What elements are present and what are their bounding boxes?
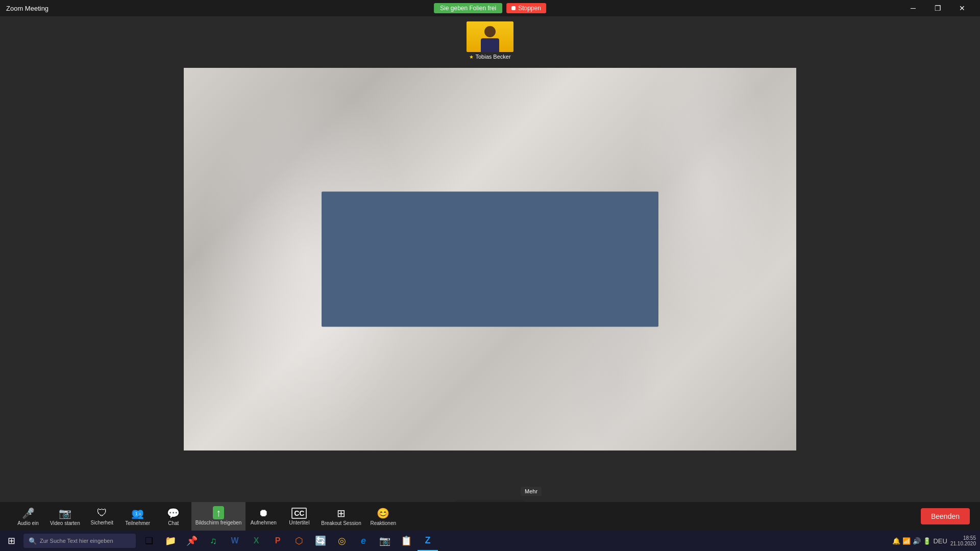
taskbar-apps: ❑ 📁 📌 ♫ W X P ⬡ 🔄 ◎ e 📷 📋 Z <box>139 531 438 551</box>
participant-video-feed <box>467 21 513 52</box>
close-button[interactable]: ✕ <box>950 0 974 16</box>
stop-dot-icon <box>511 6 516 10</box>
windows-taskbar: ⊞ 🔍 Zur Suche Text hier eingeben ❑ 📁 📌 ♫… <box>0 531 980 551</box>
breakout-label: Breakout Session <box>321 520 361 526</box>
audio-label: Audio ein <box>17 520 39 526</box>
teilnehmer-icon: 👥 1 ▲ <box>131 507 144 519</box>
share-status-center: Sie geben Folien frei Stoppen <box>434 3 546 13</box>
audio-caret: ▲ <box>29 511 33 516</box>
taskbar-search-icon: 🔍 <box>29 537 37 545</box>
taskbar-volume-icon: 🔊 <box>913 537 921 545</box>
meeting-area <box>0 16 980 502</box>
taskbar-language: DEU <box>933 537 947 545</box>
taskbar-app6[interactable]: ⬡ <box>289 531 309 551</box>
video-caret: ▲ <box>65 511 69 516</box>
audio-icon: 🎤▲ <box>22 507 35 519</box>
chat-icon: 💬 <box>167 507 180 519</box>
toolbar-chat[interactable]: 💬 Chat <box>156 502 191 531</box>
participant-name-label: ★ Tobias Becker <box>469 54 510 60</box>
untertitel-label: Untertitel <box>289 520 309 525</box>
taskbar-battery-icon: 🔋 <box>923 537 931 545</box>
taskbar-powerpoint[interactable]: P <box>267 531 288 551</box>
reaktionen-icon: 😊 <box>377 507 389 519</box>
taskbar-pins[interactable]: 📌 <box>182 531 202 551</box>
person-head <box>484 26 496 37</box>
breakout-icon: ⊞ <box>337 507 346 519</box>
taskbar-edge[interactable]: e <box>353 531 374 551</box>
toolbar-breakout[interactable]: ⊞ Breakout Session <box>317 502 365 531</box>
windows-start-button[interactable]: ⊞ <box>0 531 22 551</box>
taskbar-chrome[interactable]: ◎ <box>332 531 352 551</box>
untertitel-icon: CC <box>291 508 307 519</box>
taskbar-spotify[interactable]: ♫ <box>203 531 224 551</box>
taskbar-notify-icon: 🔔 <box>892 537 900 545</box>
end-meeting-button[interactable]: Beenden <box>921 508 970 524</box>
taskbar-search[interactable]: 🔍 Zur Suche Text hier eingeben <box>23 534 136 548</box>
taskbar-date-display: 21.10.2020 <box>950 541 976 546</box>
toolbar-audio[interactable]: 🎤▲ Audio ein <box>10 502 46 531</box>
sicherheit-label: Sicherheit <box>91 520 113 525</box>
taskbar-app9[interactable]: 📷 <box>375 531 395 551</box>
bildschirm-icon: ↑ <box>213 507 224 519</box>
toolbar-aufnehmen[interactable]: ⏺ Aufnehmen <box>246 502 281 531</box>
taskbar-explorer[interactable]: 📁 <box>160 531 181 551</box>
taskbar-clock: 18:55 21.10.2020 <box>950 535 976 546</box>
app-title: Zoom Meeting <box>6 5 48 12</box>
zoom-toolbar: 🎤▲ Audio ein 📷▲ Video starten 🛡 Sicherhe… <box>0 502 980 531</box>
taskbar-word[interactable]: W <box>225 531 245 551</box>
taskbar-right: 🔔 📶 🔊 🔋 DEU 18:55 21.10.2020 <box>892 535 980 546</box>
host-star-icon: ★ <box>469 54 474 60</box>
aufnehmen-icon: ⏺ <box>258 507 268 519</box>
aufnehmen-label: Aufnehmen <box>251 520 277 525</box>
stop-badge[interactable]: Stoppen <box>506 3 546 13</box>
participant-thumbnail <box>467 21 513 52</box>
taskbar-app7[interactable]: 🔄 <box>310 531 331 551</box>
taskbar-excel[interactable]: X <box>246 531 266 551</box>
taskbar-network-icon: 📶 <box>902 537 911 545</box>
toolbar-bildschirm[interactable]: ↑ Bildschirm freigeben <box>191 502 246 531</box>
taskbar-search-placeholder: Zur Suche Text hier eingeben <box>40 538 113 544</box>
reaktionen-label: Reaktionen <box>370 520 396 526</box>
taskbar-system-icons: 🔔 📶 🔊 🔋 DEU <box>892 537 947 545</box>
teilnehmer-label: Teilnehmer <box>125 520 150 526</box>
toolbar-teilnehmer[interactable]: 👥 1 ▲ Teilnehmer <box>120 502 156 531</box>
video-icon: 📷▲ <box>59 507 71 519</box>
toolbar-untertitel[interactable]: CC Untertitel <box>281 502 317 531</box>
screen-share-area <box>184 68 796 450</box>
bildschirm-label: Bildschirm freigeben <box>195 520 242 525</box>
video-label: Video starten <box>50 520 80 526</box>
person-silhouette <box>480 24 500 52</box>
taskbar-zoom[interactable]: Z <box>418 531 438 551</box>
taskbar-app10[interactable]: 📋 <box>396 531 416 551</box>
share-badge[interactable]: Sie geben Folien frei <box>434 3 502 13</box>
taskbar-time-display: 18:55 <box>963 535 976 541</box>
teilnehmer-caret: ▲ <box>138 511 142 516</box>
title-bar: Zoom Meeting Sie geben Folien frei Stopp… <box>0 0 980 16</box>
participant-video-container: ★ Tobias Becker <box>467 21 513 60</box>
toolbar-video[interactable]: 📷▲ Video starten <box>46 502 84 531</box>
toolbar-reaktionen[interactable]: 😊 Reaktionen <box>365 502 401 531</box>
person-body <box>481 38 499 52</box>
taskbar-taskview[interactable]: ❑ <box>139 531 159 551</box>
minimize-button[interactable]: ─ <box>901 0 925 16</box>
window-controls: ─ ❐ ✕ <box>901 0 974 16</box>
slide-content <box>322 192 658 327</box>
chat-label: Chat <box>168 520 179 526</box>
restore-button[interactable]: ❐ <box>926 0 949 16</box>
toolbar-sicherheit[interactable]: 🛡 Sicherheit <box>84 502 120 531</box>
sicherheit-icon: 🛡 <box>97 507 107 519</box>
